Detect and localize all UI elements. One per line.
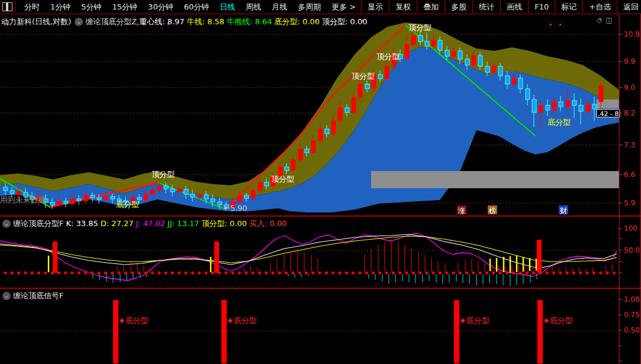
menu-item-更多 >[interactable]: 更多 >	[326, 2, 361, 12]
toolbar-button-F10[interactable]: F10	[528, 1, 555, 13]
signal-bar	[537, 240, 542, 273]
zero-dot	[526, 271, 529, 274]
fractal-label: 用到未来数据	[0, 195, 46, 204]
candle	[104, 197, 108, 199]
menu-item-周线[interactable]: 周线	[240, 2, 266, 12]
zero-dot	[586, 271, 589, 274]
zero-dot	[311, 271, 314, 274]
signal-dot	[550, 24, 552, 25]
candle	[10, 191, 14, 194]
candle	[137, 198, 141, 199]
candle	[178, 189, 182, 192]
candle	[305, 149, 309, 153]
candle	[331, 121, 336, 134]
zero-dot	[171, 271, 174, 274]
zero-dot	[559, 271, 562, 274]
candle	[258, 182, 262, 191]
toolbar-button-标记[interactable]: 标记	[555, 1, 582, 13]
fractal-label: 顶分型	[152, 170, 175, 179]
zero-dot	[305, 271, 308, 274]
zero-dot	[231, 271, 234, 274]
collapse-icon[interactable]: ⌄	[2, 292, 11, 300]
zero-dot	[198, 271, 201, 274]
toolbar-button-+自选[interactable]: +自选	[582, 1, 617, 13]
toolbar-button-返回[interactable]: 返回	[617, 1, 641, 13]
candle	[91, 195, 95, 198]
chart-canvas[interactable]: 顶分型顶分型顶分型顶分型顶分型底分型底分型用到未来数据←5.90.42 - 8.…	[0, 14, 641, 364]
zero-dot	[211, 271, 214, 274]
zero-dot	[265, 271, 268, 274]
collapse-icon[interactable]: ⌄	[2, 220, 11, 228]
zero-dot	[592, 271, 595, 274]
pane2-indicator-name[interactable]: 缠论顶底分型F	[13, 218, 63, 229]
zero-dot	[44, 271, 47, 274]
chevron-down-icon[interactable]: ⌄	[75, 18, 83, 26]
zero-dot	[24, 271, 27, 274]
menu-item-30分钟[interactable]: 30分钟	[143, 2, 179, 12]
menu-item-15分钟[interactable]: 15分钟	[107, 2, 143, 12]
value-readout: 顶分型: 0.00	[201, 219, 246, 228]
zero-dot	[118, 271, 121, 274]
toolbar-button-画线[interactable]: 画线	[500, 1, 528, 13]
signal-bar	[454, 300, 459, 363]
candle	[345, 108, 349, 112]
zero-dot	[244, 271, 247, 274]
candle	[365, 84, 369, 89]
symbol-title: 动力新科(日线,对数)	[1, 17, 71, 27]
indicator-name[interactable]: 缠论顶底分型Z	[85, 17, 137, 27]
zero-dot	[519, 271, 522, 274]
zero-dot	[613, 271, 616, 274]
zero-dot	[31, 271, 34, 274]
zero-dot	[57, 271, 60, 274]
toolbar-button-统计[interactable]: 统计	[472, 1, 500, 13]
zero-dot	[605, 271, 608, 274]
zero-dot	[151, 271, 154, 274]
last-price-text: .42 - 8.	[598, 110, 621, 118]
zero-dot	[157, 271, 160, 274]
candle	[204, 195, 208, 199]
zero-dot	[405, 271, 408, 274]
candle	[218, 202, 222, 205]
candle	[518, 78, 523, 89]
main-chart-header: 动力新科(日线,对数) ⌄ 缠论顶底分型Z 重心线: 8.97牛线: 8.58牛…	[1, 17, 372, 27]
zero-dot	[358, 271, 361, 274]
zero-dot	[378, 271, 381, 274]
zero-dot	[185, 271, 188, 274]
menu-item-多周期[interactable]: 多周期	[292, 2, 326, 12]
signal-label: ★底分型	[459, 316, 489, 325]
split-window-icon[interactable]	[2, 2, 12, 11]
toolbar-button-多股[interactable]: 多股	[444, 1, 472, 13]
candle	[385, 66, 389, 79]
candle	[97, 198, 101, 199]
menu-item-60分钟[interactable]: 60分钟	[179, 2, 215, 12]
menu-item-1分钟[interactable]: 1分钟	[45, 2, 76, 12]
zero-dot	[331, 271, 334, 274]
menu-item-5分钟[interactable]: 5分钟	[76, 2, 107, 12]
toolbar-button-叠加[interactable]: 叠加	[417, 1, 444, 13]
candle	[405, 44, 409, 59]
zero-dot	[398, 271, 401, 274]
value-readout: K: 33.85	[66, 219, 98, 228]
zero-dot	[291, 271, 294, 274]
menu-item-月线[interactable]: 月线	[266, 2, 292, 12]
toolbar-button-复权[interactable]: 复权	[389, 1, 417, 13]
zero-dot	[178, 271, 181, 274]
window-icon[interactable]: ◫	[605, 16, 612, 24]
zero-dot	[131, 271, 134, 274]
zero-dot	[412, 271, 415, 274]
diamond-icon[interactable]: ◇	[597, 16, 602, 24]
menu-item-分时[interactable]: 分时	[19, 2, 45, 12]
toolbar-button-显示[interactable]: 显示	[361, 1, 389, 13]
zero-dot	[137, 271, 140, 274]
value-readout: 牛线: 8.58	[187, 17, 224, 26]
menu-item-日线[interactable]: 日线	[214, 2, 240, 12]
pane3-indicator-name[interactable]: 缠论顶底信号F	[13, 291, 63, 301]
fractal-label: 顶分型	[408, 23, 431, 32]
zero-dot	[37, 271, 40, 274]
candle	[418, 36, 423, 41]
candle	[77, 199, 81, 201]
candle	[291, 160, 295, 170]
zero-dot	[84, 271, 87, 274]
zero-dot	[271, 271, 274, 274]
candle	[599, 86, 603, 102]
